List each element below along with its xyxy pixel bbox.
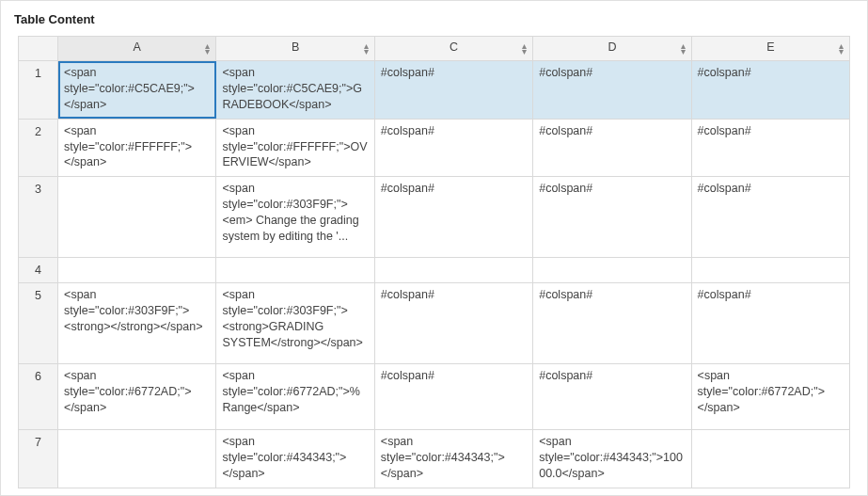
cell-B2[interactable]: <span style="color:#FFFFFF;">OVERVIEW</s… bbox=[216, 119, 374, 177]
table-row: 7 <span style="color:#434343;"></span> <… bbox=[19, 430, 850, 488]
cell-B7[interactable]: <span style="color:#434343;"></span> bbox=[216, 430, 374, 488]
col-label: E bbox=[766, 40, 774, 54]
column-header-row: A ▴ ▾ B ▴ ▾ C bbox=[19, 37, 850, 61]
corner-cell[interactable] bbox=[19, 37, 58, 61]
cell-D4[interactable] bbox=[533, 258, 691, 283]
cell-C1[interactable]: #colspan# bbox=[374, 61, 532, 120]
cell-A3[interactable] bbox=[58, 177, 216, 258]
row-number[interactable]: 7 bbox=[19, 430, 58, 488]
row-number[interactable]: 1 bbox=[19, 61, 58, 120]
cell-C3[interactable]: #colspan# bbox=[374, 177, 532, 258]
cell-D3[interactable]: #colspan# bbox=[533, 177, 691, 258]
cell-E4[interactable] bbox=[691, 258, 849, 283]
row-number[interactable]: 3 bbox=[19, 177, 58, 258]
cell-A1[interactable]: <span style="color:#C5CAE9;"></span> bbox=[58, 61, 216, 120]
cell-B4[interactable] bbox=[216, 258, 374, 283]
col-label: B bbox=[292, 40, 299, 54]
col-label: A bbox=[134, 40, 141, 54]
cell-D5[interactable]: #colspan# bbox=[533, 283, 691, 364]
sort-handle-icon[interactable]: ▴ ▾ bbox=[681, 43, 686, 55]
cell-D6[interactable]: #colspan# bbox=[533, 364, 691, 430]
col-header-A[interactable]: A ▴ ▾ bbox=[58, 37, 216, 61]
sort-down-icon: ▾ bbox=[681, 49, 686, 55]
cell-B1[interactable]: <span style="color:#C5CAE9;">GRADEBOOK</… bbox=[216, 61, 374, 120]
table-row: 1 <span style="color:#C5CAE9;"></span> <… bbox=[19, 61, 850, 120]
col-label: D bbox=[608, 40, 616, 54]
col-header-E[interactable]: E ▴ ▾ bbox=[691, 37, 849, 61]
sort-down-icon: ▾ bbox=[364, 49, 369, 55]
table-row: 2 <span style="color:#FFFFFF;"></span> <… bbox=[19, 119, 850, 177]
table-row: 6 <span style="color:#6772AD;"></span> <… bbox=[19, 364, 850, 430]
col-header-B[interactable]: B ▴ ▾ bbox=[216, 37, 374, 61]
row-number[interactable]: 4 bbox=[19, 258, 58, 283]
cell-C2[interactable]: #colspan# bbox=[374, 119, 532, 177]
cell-C4[interactable] bbox=[374, 258, 532, 283]
sort-handle-icon[interactable]: ▴ ▾ bbox=[839, 43, 844, 55]
cell-E6[interactable]: <span style="color:#6772AD;"></span> bbox=[691, 364, 849, 430]
cell-B6[interactable]: <span style="color:#6772AD;">% Range</sp… bbox=[216, 364, 374, 430]
cell-E3[interactable]: #colspan# bbox=[691, 177, 849, 258]
cell-A5[interactable]: <span style="color:#303F9F;"><strong></s… bbox=[58, 283, 216, 364]
cell-E2[interactable]: #colspan# bbox=[691, 119, 849, 177]
cell-D2[interactable]: #colspan# bbox=[533, 119, 691, 177]
cell-A4[interactable] bbox=[58, 258, 216, 283]
cell-A2[interactable]: <span style="color:#FFFFFF;"></span> bbox=[58, 119, 216, 177]
col-header-C[interactable]: C ▴ ▾ bbox=[374, 37, 532, 61]
cell-E7[interactable] bbox=[691, 430, 849, 488]
sort-down-icon: ▾ bbox=[205, 49, 210, 55]
cell-D1[interactable]: #colspan# bbox=[533, 61, 691, 120]
sort-handle-icon[interactable]: ▴ ▾ bbox=[522, 43, 527, 55]
row-number[interactable]: 6 bbox=[19, 364, 58, 430]
panel-title: Table Content bbox=[1, 1, 867, 36]
table-row: 3 <span style="color:#303F9F;"><em> Chan… bbox=[19, 177, 850, 258]
row-number[interactable]: 2 bbox=[19, 119, 58, 177]
cell-E1[interactable]: #colspan# bbox=[691, 61, 849, 120]
table-row: 4 bbox=[19, 258, 850, 283]
cell-B3[interactable]: <span style="color:#303F9F;"><em> Change… bbox=[216, 177, 374, 258]
cell-E5[interactable]: #colspan# bbox=[691, 283, 849, 364]
table-content-panel: Table Content A ▴ ▾ bbox=[0, 0, 868, 496]
cell-D7[interactable]: <span style="color:#434343;">10000.0</sp… bbox=[533, 430, 691, 488]
sort-down-icon: ▾ bbox=[839, 49, 844, 55]
spreadsheet-grid[interactable]: A ▴ ▾ B ▴ ▾ C bbox=[1, 36, 867, 496]
sort-handle-icon[interactable]: ▴ ▾ bbox=[205, 43, 210, 55]
col-header-D[interactable]: D ▴ ▾ bbox=[533, 37, 691, 61]
sheet-table: A ▴ ▾ B ▴ ▾ C bbox=[18, 36, 850, 488]
table-row: 5 <span style="color:#303F9F;"><strong><… bbox=[19, 283, 850, 364]
sort-down-icon: ▾ bbox=[522, 49, 527, 55]
cell-C5[interactable]: #colspan# bbox=[374, 283, 532, 364]
cell-B5[interactable]: <span style="color:#303F9F;"><strong>GRA… bbox=[216, 283, 374, 364]
cell-C6[interactable]: #colspan# bbox=[374, 364, 532, 430]
row-number[interactable]: 5 bbox=[19, 283, 58, 364]
cell-A6[interactable]: <span style="color:#6772AD;"></span> bbox=[58, 364, 216, 430]
sort-handle-icon[interactable]: ▴ ▾ bbox=[364, 43, 369, 55]
cell-A7[interactable] bbox=[58, 430, 216, 488]
cell-C7[interactable]: <span style="color:#434343;"></span> bbox=[374, 430, 532, 488]
col-label: C bbox=[450, 40, 458, 54]
